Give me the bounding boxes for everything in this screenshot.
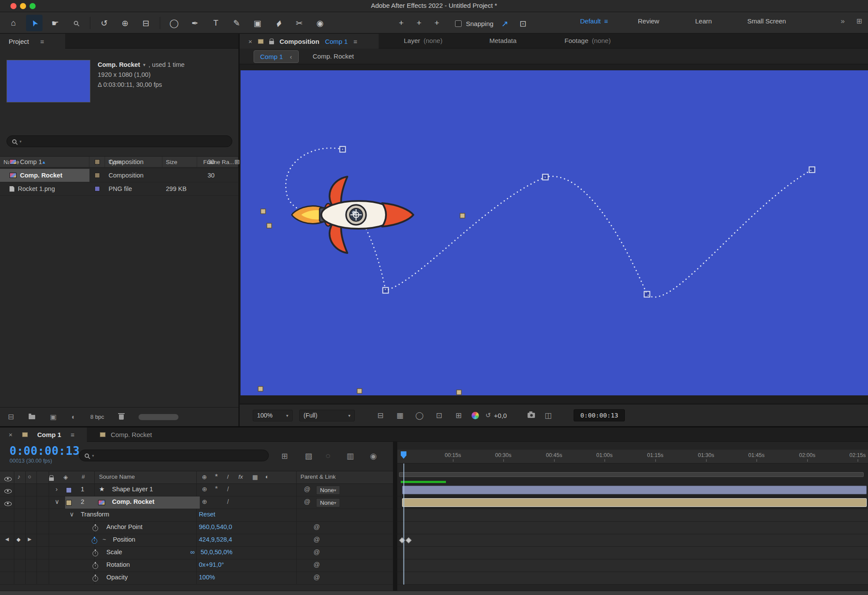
transform-group-row[interactable]: ∨ Transform Reset bbox=[0, 509, 393, 522]
metadata-tab[interactable]: Metadata bbox=[489, 37, 517, 44]
label-color-chip[interactable] bbox=[66, 500, 72, 506]
video-column-icon[interactable] bbox=[4, 477, 12, 481]
layer-number-column[interactable]: # bbox=[82, 473, 85, 480]
color-management-icon[interactable] bbox=[472, 412, 479, 419]
parent-dropdown[interactable]: None ▾ bbox=[316, 486, 340, 495]
search-dropdown-icon[interactable]: ▾ bbox=[92, 454, 94, 458]
viewer-timecode[interactable]: 0:00:00:13 bbox=[574, 409, 625, 421]
solo-column-icon[interactable]: ○ bbox=[28, 473, 31, 480]
layer-row-comp-rocket[interactable]: ∨ 2 Comp. Rocket ⊕ / @ None ▾ bbox=[0, 496, 393, 509]
label-color-swatch[interactable] bbox=[95, 159, 100, 164]
resolution-dropdown[interactable]: (Full) ▾ bbox=[299, 410, 355, 421]
composition-tab[interactable]: × Composition Comp 1 ≡ bbox=[240, 34, 379, 49]
property-row-position[interactable]: ◀ ◆ ▶ ~ Position 424,9,528,4 @ bbox=[0, 534, 393, 547]
breadcrumb-comp1[interactable]: Comp 1 ‹ bbox=[254, 50, 299, 63]
eye-icon[interactable] bbox=[4, 489, 12, 493]
timeline-search[interactable]: ▾ bbox=[79, 450, 269, 461]
quality-switch-icon[interactable]: ⊕ bbox=[202, 486, 207, 493]
motion-blur-icon[interactable]: ◉ bbox=[370, 451, 377, 461]
composition-mini-flowchart-icon[interactable]: ⊞ bbox=[281, 451, 288, 461]
search-dropdown-icon[interactable]: ▾ bbox=[20, 139, 22, 144]
property-value[interactable]: 0x+91,0° bbox=[199, 561, 224, 568]
track-comp-rocket[interactable] bbox=[397, 496, 868, 509]
timeline-splitter[interactable] bbox=[393, 442, 397, 595]
transform-reset-link[interactable]: Reset bbox=[199, 511, 215, 518]
timeline-search-input[interactable] bbox=[97, 452, 263, 459]
project-row-comp1[interactable]: Comp 1 Composition 30 ⊞ bbox=[0, 155, 238, 169]
axis-mode-local[interactable]: + bbox=[393, 15, 409, 31]
timeline-tab-comp-rocket[interactable]: Comp. Rocket bbox=[100, 427, 152, 442]
axis-mode-world[interactable]: + bbox=[411, 15, 427, 31]
transparency-grid-icon[interactable]: ▦ bbox=[393, 409, 406, 422]
pickwhip-icon[interactable]: @ bbox=[314, 561, 320, 568]
label-column-icon[interactable]: ◈ bbox=[63, 473, 68, 480]
snap-along-edges-toggle[interactable]: ↗ bbox=[498, 16, 512, 30]
axis-mode-view[interactable]: + bbox=[429, 15, 445, 31]
puppet-pin-tool[interactable]: ◉ bbox=[312, 15, 328, 31]
property-row-rotation[interactable]: Rotation 0x+91,0° @ bbox=[0, 559, 393, 572]
project-footer-scrollbar[interactable] bbox=[139, 414, 178, 420]
property-value[interactable]: 50,0,50,0% bbox=[201, 549, 232, 556]
roto-brush-tool[interactable]: ✂ bbox=[291, 15, 307, 31]
layer-tab[interactable]: Layer (none) bbox=[404, 37, 442, 44]
panel-menu-icon[interactable]: ≡ bbox=[71, 431, 75, 438]
timeline-timecode[interactable]: 0:00:00:13 bbox=[10, 444, 80, 457]
property-value[interactable]: 960,0,540,0 bbox=[199, 523, 232, 530]
eraser-tool[interactable]: ▰ bbox=[270, 15, 287, 31]
source-name-column[interactable]: Source Name bbox=[99, 473, 135, 480]
adjust-icon[interactable]: ◐ bbox=[71, 413, 76, 421]
link-dimensions-icon[interactable]: ∞ bbox=[190, 549, 195, 556]
pen-tool[interactable]: ✒ bbox=[187, 15, 203, 31]
timeline-horizontal-scrollbar[interactable] bbox=[0, 591, 868, 595]
zoom-tool[interactable] bbox=[68, 15, 84, 31]
stopwatch-icon[interactable] bbox=[92, 551, 98, 556]
parent-pickwhip-icon[interactable]: @ bbox=[304, 486, 310, 493]
quality-switch-icon[interactable]: ⊕ bbox=[202, 498, 207, 505]
workspace-selector[interactable]: Default bbox=[580, 17, 601, 25]
layer-duration-bar[interactable] bbox=[402, 486, 867, 494]
snapshot-camera-icon[interactable] bbox=[528, 413, 535, 418]
brush-tool[interactable]: ✎ bbox=[228, 15, 245, 31]
layer-duration-bar[interactable] bbox=[402, 498, 867, 507]
workspace-item-small-screen[interactable]: Small Screen bbox=[747, 17, 786, 25]
region-icon[interactable]: ⊡ bbox=[432, 409, 446, 422]
property-row-anchor-point[interactable]: Anchor Point 960,0,540,0 @ bbox=[0, 522, 393, 534]
reset-exposure-icon[interactable]: ↺ bbox=[485, 411, 491, 419]
panel-menu-icon[interactable]: ≡ bbox=[40, 38, 44, 45]
parent-dropdown[interactable]: None ▾ bbox=[316, 498, 340, 507]
layer-row-shape-layer-1[interactable]: › 1 ★ Shape Layer 1 ⊕ * / @ None ▾ bbox=[0, 484, 393, 496]
flowchart-icon[interactable]: ⊞ bbox=[234, 158, 240, 165]
pan-behind-tool[interactable]: ⊟ bbox=[138, 15, 154, 31]
prev-keyframe-icon[interactable]: ◀ bbox=[5, 536, 9, 542]
parent-link-column[interactable]: Parent & Link bbox=[300, 473, 336, 480]
home-tool[interactable]: ⌂ bbox=[5, 15, 22, 31]
track-shape-layer-1[interactable] bbox=[397, 484, 868, 496]
stopwatch-icon[interactable] bbox=[92, 563, 98, 569]
project-bit-depth[interactable]: 8 bpc bbox=[90, 414, 104, 420]
audio-column-icon[interactable]: ♪ bbox=[17, 473, 20, 480]
eye-icon[interactable] bbox=[4, 502, 12, 506]
shape-tool[interactable]: ◯ bbox=[166, 15, 182, 31]
close-tab-icon[interactable]: × bbox=[9, 431, 13, 438]
property-row-opacity[interactable]: Opacity 100% @ bbox=[0, 572, 393, 585]
new-composition-icon[interactable]: ▣ bbox=[50, 413, 56, 421]
workspace-item-review[interactable]: Review bbox=[638, 17, 659, 25]
exposure-value[interactable]: +0,0 bbox=[494, 412, 507, 419]
snap-to-features-toggle[interactable]: ⊡ bbox=[516, 16, 530, 30]
new-folder-icon[interactable] bbox=[29, 415, 35, 419]
footage-tab[interactable]: Footage (none) bbox=[564, 37, 611, 44]
type-tool[interactable]: T bbox=[208, 15, 224, 31]
pickwhip-icon[interactable]: @ bbox=[314, 536, 320, 543]
composition-viewport[interactable] bbox=[240, 64, 868, 404]
project-tab[interactable]: Project ≡ bbox=[0, 34, 65, 49]
add-keyframe-icon[interactable]: ◆ bbox=[17, 536, 20, 542]
property-value[interactable]: 424,9,528,4 bbox=[199, 536, 232, 543]
draft-3d-icon[interactable]: ▧ bbox=[305, 451, 312, 461]
pickwhip-icon[interactable]: @ bbox=[314, 574, 320, 581]
layer-name[interactable]: Comp. Rocket bbox=[112, 498, 155, 505]
property-value[interactable]: 100% bbox=[199, 574, 215, 581]
mask-visibility-icon[interactable]: ◯ bbox=[413, 409, 426, 422]
graph-icon[interactable]: ~ bbox=[102, 536, 106, 543]
effects-switch-icon[interactable]: / bbox=[227, 486, 229, 493]
lock-icon[interactable] bbox=[269, 41, 274, 44]
